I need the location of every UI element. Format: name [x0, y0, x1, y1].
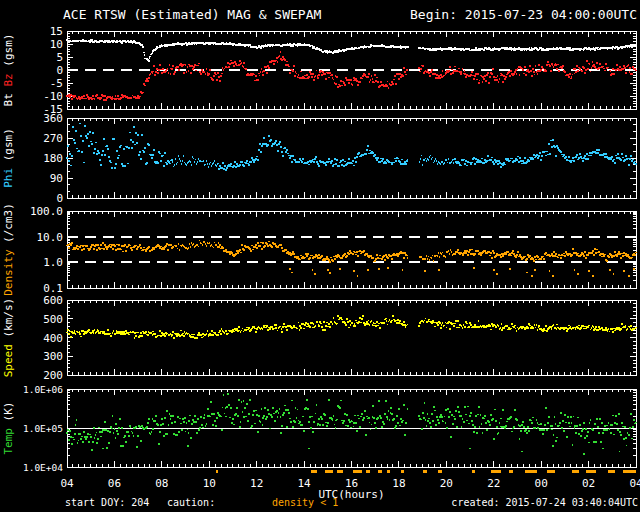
ytick-label: 180 — [43, 152, 63, 165]
ytick-label: 270 — [43, 132, 63, 145]
ylabel-temp: Temp (K) — [2, 402, 15, 455]
panel-density: 100.010.01.00.1Density (/cm3) — [2, 203, 637, 296]
ytick-label: 10.0 — [37, 231, 64, 244]
footer-created: created: 2015-07-24 03:40:04UTC — [451, 497, 638, 508]
series-density — [66, 240, 636, 277]
ylabel-bt-bz: Bt Bz (gsm) — [2, 34, 15, 107]
panel-temp: 1.0E+061.0E+051.0E+04Temp (K) — [2, 384, 637, 473]
xtick-label: 18 — [392, 477, 405, 490]
ytick-label: 1.0E+05 — [23, 423, 63, 434]
xtick-label: 22 — [487, 477, 500, 490]
footer-caution-label: caution: — [167, 497, 215, 508]
ytick-label: 1.0 — [43, 256, 63, 269]
ytick-label: 360 — [43, 112, 63, 125]
ytick-label: 1.0E+06 — [23, 384, 63, 395]
series-temp — [66, 393, 637, 454]
xtick-label: 06 — [108, 477, 121, 490]
panel-phi: 360270180900Phi (gsm) — [2, 112, 637, 205]
footer: start DOY: 204 caution: density < 1 crea… — [0, 497, 640, 510]
xtick-label: 10 — [203, 477, 216, 490]
ytick-label: 600 — [43, 294, 63, 307]
ytick-label: 1.0E+04 — [23, 462, 63, 473]
ytick-label: -10 — [43, 90, 63, 103]
ytick-label: 300 — [43, 350, 63, 363]
ytick-label: 400 — [43, 332, 63, 345]
xtick-label: 14 — [297, 477, 311, 490]
ytick-label: 15 — [50, 25, 63, 38]
ylabel-phi: Phi (gsm) — [2, 128, 15, 188]
ylabel-density: Density (/cm3) — [2, 203, 15, 296]
ytick-label: 0 — [56, 192, 63, 205]
ytick-label: 100.0 — [30, 205, 63, 218]
xtick-label: 04 — [629, 477, 640, 490]
caution-marks — [216, 470, 636, 473]
series-bt — [66, 39, 636, 62]
panel-bt-bz: 151050-5-10-15Bt Bz (gsm) — [2, 25, 637, 116]
xtick-label: 00 — [535, 477, 548, 490]
ylabel-speed: Speed (km/s) — [2, 298, 15, 378]
xtick-label: 04 — [60, 477, 74, 490]
xtick-label: 20 — [440, 477, 453, 490]
series-bz — [66, 51, 637, 101]
xtick-label: 12 — [250, 477, 263, 490]
xtick-label: 02 — [582, 477, 595, 490]
series-phi — [66, 123, 636, 171]
footer-caution-value: density < 1 — [272, 497, 338, 508]
panel-speed: 600500400300200Speed (km/s) — [2, 294, 637, 382]
ytick-label: -5 — [50, 77, 63, 90]
series-speed — [66, 315, 637, 339]
ytick-label: 0 — [56, 64, 63, 77]
ytick-label: 5 — [56, 51, 63, 64]
ace-rtsw-plot: ACE RTSW (Estimated) MAG & SWEPAM Begin:… — [0, 0, 640, 512]
ytick-label: 200 — [43, 369, 63, 382]
ytick-label: 90 — [50, 172, 63, 185]
chart-canvas: 151050-5-10-15Bt Bz (gsm)360270180900Phi… — [0, 0, 640, 512]
footer-start-doy: start DOY: 204 — [65, 497, 149, 508]
ytick-label: 10 — [50, 38, 63, 51]
ytick-label: 500 — [43, 313, 63, 326]
xtick-label: 08 — [155, 477, 168, 490]
